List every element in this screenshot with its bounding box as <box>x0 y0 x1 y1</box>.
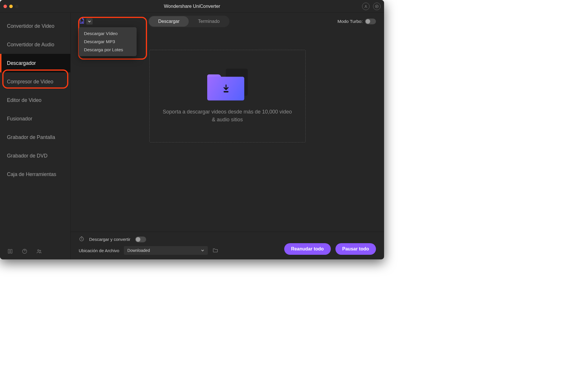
sidebar-item-merger[interactable]: Fusionador <box>0 109 70 128</box>
status-segmented-control: Descargar Terminado <box>148 16 230 27</box>
paste-url-dropdown-toggle[interactable] <box>86 18 93 25</box>
svg-point-0 <box>365 5 366 6</box>
svg-point-4 <box>40 250 41 252</box>
sidebar-item-label: Fusionador <box>7 116 32 122</box>
folder-download-icon <box>207 69 248 100</box>
sidebar-item-label: Descargador <box>7 60 36 66</box>
sidebar-item-label: Caja de Herramientas <box>7 171 56 177</box>
sidebar-item-video-compressor[interactable]: Compresor de Video <box>0 72 70 91</box>
segment-finished[interactable]: Terminado <box>189 16 229 27</box>
account-icon[interactable] <box>362 3 370 10</box>
window-close-button[interactable] <box>3 5 7 8</box>
schedule-icon[interactable] <box>79 236 85 243</box>
chevron-down-icon <box>201 249 204 252</box>
dropdown-item-batch-download[interactable]: Descarga por Lotes <box>79 46 137 54</box>
segment-label: Descargar <box>158 19 179 24</box>
main-panel: Descargar Vídeo Descargar MP3 Descarga p… <box>71 13 384 259</box>
dropdown-item-download-mp3[interactable]: Descargar MP3 <box>79 38 137 46</box>
empty-dropzone[interactable]: Soporta a descargar videos desde más de … <box>149 50 306 142</box>
bottom-bar: Descargar y convertir Ubicación de Archi… <box>71 232 384 259</box>
segment-downloading[interactable]: Descargar <box>149 16 189 27</box>
sidebar-item-label: Convertidor de Audio <box>7 42 54 48</box>
file-location-select[interactable]: Downloaded <box>124 246 208 255</box>
community-icon[interactable] <box>36 248 42 254</box>
button-label: Reanudar todo <box>291 246 324 252</box>
sidebar-item-label: Grabador de Pantalla <box>7 134 55 140</box>
button-label: Pausar todo <box>342 246 369 252</box>
turbo-mode-label: Modo Turbo: <box>337 19 363 24</box>
sidebar-item-screen-recorder[interactable]: Grabador de Pantalla <box>0 128 70 146</box>
feedback-icon[interactable] <box>373 3 381 10</box>
sidebar-item-label: Grabador de DVD <box>7 153 47 159</box>
paste-url-icon[interactable] <box>79 17 85 25</box>
dropdown-item-label: Descargar Vídeo <box>84 31 118 36</box>
sidebar-item-downloader[interactable]: Descargador <box>0 54 70 72</box>
segment-label: Terminado <box>198 19 220 24</box>
open-folder-icon[interactable] <box>212 248 218 254</box>
sidebar-item-video-editor[interactable]: Editor de Video <box>0 91 70 109</box>
turbo-mode-toggle[interactable] <box>365 19 376 24</box>
svg-point-3 <box>38 250 39 251</box>
download-and-convert-toggle[interactable] <box>135 237 146 242</box>
svg-rect-5 <box>224 91 228 92</box>
window-maximize-button[interactable] <box>15 5 19 8</box>
dropdown-item-label: Descarga por Lotes <box>84 47 123 52</box>
sidebar-item-toolbox[interactable]: Caja de Herramientas <box>0 165 70 184</box>
file-location-value: Downloaded <box>127 248 150 253</box>
sidebar-item-label: Editor de Video <box>7 97 41 103</box>
download-mode-dropdown: Descargar Vídeo Descargar MP3 Descarga p… <box>79 27 137 56</box>
sidebar-item-video-converter[interactable]: Convertidor de Video <box>0 17 70 35</box>
app-title: Wondershare UniConverter <box>0 4 384 9</box>
sidebar-item-dvd-burner[interactable]: Grabador de DVD <box>0 146 70 165</box>
file-location-label: Ubicación de Archivo <box>79 248 119 253</box>
dropdown-item-label: Descargar MP3 <box>84 39 115 44</box>
download-and-convert-label: Descargar y convertir <box>89 237 131 242</box>
sidebar-item-label: Convertidor de Video <box>7 23 54 29</box>
sidebar: Convertidor de Video Convertidor de Audi… <box>0 13 71 259</box>
sidebar-item-label: Compresor de Video <box>7 79 53 85</box>
dropzone-text: Soporta a descargar videos desde más de … <box>161 108 294 124</box>
dropdown-item-download-video[interactable]: Descargar Vídeo <box>79 30 137 38</box>
pause-all-button[interactable]: Pausar todo <box>335 243 376 255</box>
resume-all-button[interactable]: Reanudar todo <box>284 243 331 255</box>
tutorial-icon[interactable] <box>7 248 13 254</box>
window-minimize-button[interactable] <box>9 5 13 8</box>
sidebar-item-audio-converter[interactable]: Convertidor de Audio <box>0 35 70 54</box>
titlebar: Wondershare UniConverter <box>0 0 384 13</box>
help-icon[interactable] <box>21 248 28 254</box>
